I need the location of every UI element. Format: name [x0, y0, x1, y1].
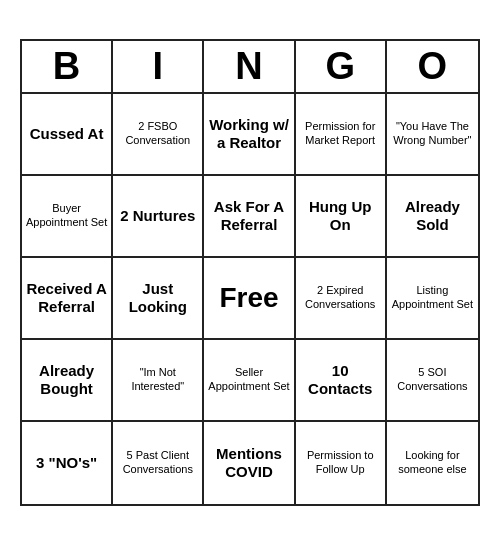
bingo-cell-11: Just Looking	[113, 258, 204, 340]
bingo-cell-7: Ask For A Referral	[204, 176, 295, 258]
bingo-cell-1: 2 FSBO Conversation	[113, 94, 204, 176]
bingo-cell-18: 10 Contacts	[296, 340, 387, 422]
cell-text-8: Hung Up On	[299, 198, 382, 234]
cell-text-20: 3 "NO's"	[36, 454, 97, 472]
bingo-cell-17: Seller Appointment Set	[204, 340, 295, 422]
bingo-letter-o: O	[387, 41, 478, 92]
bingo-letter-g: G	[296, 41, 387, 92]
cell-text-11: Just Looking	[116, 280, 199, 316]
bingo-cell-9: Already Sold	[387, 176, 478, 258]
bingo-cell-15: Already Bought	[22, 340, 113, 422]
bingo-cell-5: Buyer Appointment Set	[22, 176, 113, 258]
cell-text-22: Mentions COVID	[207, 445, 290, 481]
bingo-cell-20: 3 "NO's"	[22, 422, 113, 504]
cell-text-15: Already Bought	[25, 362, 108, 398]
bingo-card: BINGO Cussed At2 FSBO ConversationWorkin…	[20, 39, 480, 506]
bingo-cell-2: Working w/ a Realtor	[204, 94, 295, 176]
cell-text-6: 2 Nurtures	[120, 207, 195, 225]
cell-text-7: Ask For A Referral	[207, 198, 290, 234]
cell-text-5: Buyer Appointment Set	[25, 202, 108, 228]
bingo-cell-21: 5 Past Client Conversations	[113, 422, 204, 504]
bingo-cell-6: 2 Nurtures	[113, 176, 204, 258]
bingo-grid: Cussed At2 FSBO ConversationWorking w/ a…	[22, 94, 478, 504]
bingo-letter-i: I	[113, 41, 204, 92]
cell-text-24: Looking for someone else	[390, 449, 475, 475]
cell-text-14: Listing Appointment Set	[390, 284, 475, 310]
bingo-cell-4: "You Have The Wrong Number"	[387, 94, 478, 176]
cell-text-23: Permission to Follow Up	[299, 449, 382, 475]
cell-text-10: Received A Referral	[25, 280, 108, 316]
bingo-cell-3: Permission for Market Report	[296, 94, 387, 176]
cell-text-0: Cussed At	[30, 125, 104, 143]
cell-text-2: Working w/ a Realtor	[207, 116, 290, 152]
bingo-letter-b: B	[22, 41, 113, 92]
bingo-cell-10: Received A Referral	[22, 258, 113, 340]
bingo-cell-8: Hung Up On	[296, 176, 387, 258]
cell-text-4: "You Have The Wrong Number"	[390, 120, 475, 146]
cell-text-1: 2 FSBO Conversation	[116, 120, 199, 146]
bingo-cell-22: Mentions COVID	[204, 422, 295, 504]
cell-text-17: Seller Appointment Set	[207, 366, 290, 392]
bingo-header: BINGO	[22, 41, 478, 94]
cell-text-19: 5 SOI Conversations	[390, 366, 475, 392]
cell-text-16: "Im Not Interested"	[116, 366, 199, 392]
cell-text-12: Free	[219, 281, 278, 315]
bingo-cell-23: Permission to Follow Up	[296, 422, 387, 504]
bingo-cell-16: "Im Not Interested"	[113, 340, 204, 422]
bingo-cell-13: 2 Expired Conversations	[296, 258, 387, 340]
cell-text-18: 10 Contacts	[299, 362, 382, 398]
cell-text-21: 5 Past Client Conversations	[116, 449, 199, 475]
bingo-letter-n: N	[204, 41, 295, 92]
bingo-cell-19: 5 SOI Conversations	[387, 340, 478, 422]
cell-text-3: Permission for Market Report	[299, 120, 382, 146]
bingo-cell-12: Free	[204, 258, 295, 340]
bingo-cell-0: Cussed At	[22, 94, 113, 176]
cell-text-13: 2 Expired Conversations	[299, 284, 382, 310]
cell-text-9: Already Sold	[390, 198, 475, 234]
bingo-cell-24: Looking for someone else	[387, 422, 478, 504]
bingo-cell-14: Listing Appointment Set	[387, 258, 478, 340]
